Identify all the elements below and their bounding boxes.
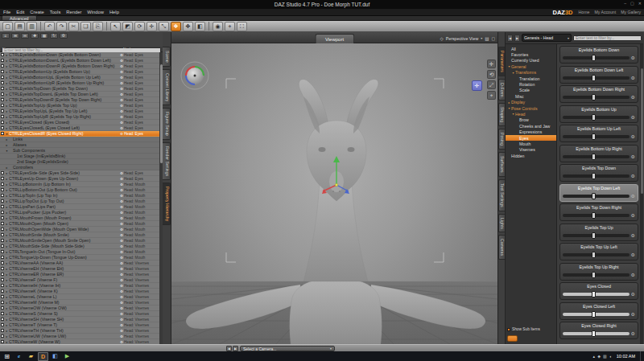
network-icon[interactable]: ▥ xyxy=(603,354,607,359)
row-checkbox[interactable] xyxy=(1,250,4,253)
internet-explorer-icon[interactable]: e xyxy=(14,352,24,361)
menu-item[interactable]: Window xyxy=(87,10,104,14)
row-checkbox[interactable] xyxy=(1,244,4,248)
scene-row[interactable]: ▸ CTRLEyelidsTopDown (Eyelids Top Down) … xyxy=(0,86,159,92)
scene-row[interactable]: ▸ CTRLMouthOpen (Mouth Open) ⚙ Head: Mou… xyxy=(0,221,159,227)
tree-scale[interactable]: Scale xyxy=(506,88,556,93)
save-file-icon[interactable]: ▥ xyxy=(27,22,37,31)
taskbar-clock[interactable]: 10:02 AM xyxy=(617,354,635,359)
daz-studio-icon[interactable]: D xyxy=(38,352,48,361)
menu-item[interactable]: Edit xyxy=(16,10,24,14)
gear-icon[interactable]: ⚙ xyxy=(631,95,635,100)
tab-tool-settings[interactable]: Tool Settings xyxy=(498,179,505,211)
slider-handle[interactable] xyxy=(592,133,596,140)
translate-tool-icon[interactable]: ✛ xyxy=(147,22,157,31)
menu-item[interactable]: Create xyxy=(30,10,43,14)
scene-row[interactable]: ▸ CTRLMouthSide-Side (Mouth Side-Side) ⚙… xyxy=(0,244,159,249)
row-checkbox[interactable] xyxy=(1,239,4,242)
orientation-gizmo[interactable] xyxy=(179,59,211,92)
tab-shaping[interactable]: Shaping xyxy=(498,103,505,126)
tab-cameras[interactable]: Cameras xyxy=(498,235,505,260)
scene-row[interactable]: ▸ CTRLVisemeAA (Viseme AA) ⚙ Head: Visem… xyxy=(0,260,159,266)
row-checkbox[interactable] xyxy=(1,233,4,236)
undo-icon[interactable]: ↶ xyxy=(44,22,55,31)
doe-figure[interactable] xyxy=(186,80,485,344)
row-checkbox[interactable] xyxy=(1,323,4,326)
slider-track[interactable] xyxy=(563,135,630,138)
parameter-slider[interactable]: Eyelids Top Up Right ⚙ xyxy=(559,263,638,281)
slider-handle[interactable] xyxy=(592,330,596,337)
collapse-all-icon[interactable]: ⊟ xyxy=(21,33,29,39)
scene-row[interactable]: ▸ CTRLMouthOpenWide (Mouth Open Wide) ⚙ … xyxy=(0,227,159,232)
tree-hidden[interactable]: Hidden xyxy=(506,153,556,158)
rotate-tool-icon[interactable]: ⟳ xyxy=(134,22,145,31)
row-checkbox[interactable] xyxy=(1,256,4,259)
tree-rotation[interactable]: Rotation xyxy=(506,81,556,87)
tree-translation[interactable]: Translation xyxy=(506,76,556,81)
parameter-slider[interactable]: Eyelids Bottom Up ⚙ xyxy=(559,105,638,123)
menu-item[interactable]: Help xyxy=(109,10,119,14)
row-checkbox[interactable] xyxy=(1,284,4,287)
slider-track[interactable] xyxy=(563,293,630,296)
scene-row[interactable]: ▸ CTRLEyesUp-Down (Eyes Up-Down) ⚙ Head:… xyxy=(0,176,159,182)
scene-row[interactable]: ▸ Controllers ⚙ xyxy=(0,165,159,170)
row-checkbox[interactable] xyxy=(1,318,4,321)
tab-lights[interactable]: Lights xyxy=(498,214,505,233)
scene-row[interactable]: ▸ CTRLEyesClosed (Eyes Closed) ⚙ Head: E… xyxy=(0,120,159,125)
pane-menu-icon[interactable]: ▤ xyxy=(485,36,489,41)
link-home[interactable]: Home xyxy=(579,10,590,14)
scene-row[interactable]: ▸ CTRLVisemeF (Viseme F) ⚙ Head: Visemes xyxy=(0,277,159,283)
row-checkbox[interactable] xyxy=(1,109,4,113)
slider-handle[interactable] xyxy=(592,212,596,219)
slider-track[interactable] xyxy=(563,332,630,335)
camera-selector[interactable]: Select a Camera... ▾ xyxy=(240,346,335,351)
view-options-icon[interactable]: ▦ xyxy=(40,33,48,39)
tree-expressions[interactable]: Expressions xyxy=(506,129,556,134)
row-checkbox[interactable] xyxy=(1,205,4,208)
tree-favorites[interactable]: Favorites xyxy=(506,51,556,57)
parameter-slider[interactable]: Eyelids Top Down ⚙ xyxy=(559,164,638,182)
row-checkbox[interactable] xyxy=(1,340,4,343)
row-checkbox[interactable] xyxy=(1,306,4,310)
chevron-down-icon[interactable]: ▾ xyxy=(481,36,482,40)
parameter-slider[interactable]: Eyelids Bottom Up Right ⚙ xyxy=(559,145,638,162)
scene-row[interactable]: ▸ CTRLEyelidsTopUpR (Eyelids Top Up Righ… xyxy=(0,114,159,120)
row-checkbox[interactable] xyxy=(1,329,4,332)
scene-row[interactable]: ▸ Aliases ⚙ xyxy=(0,142,159,148)
row-checkbox[interactable] xyxy=(1,216,4,219)
tree-visemes[interactable]: Visemes xyxy=(506,147,556,153)
scene-row[interactable]: ▸ CTRLVisemeEH (Viseme EH) ⚙ Head: Visem… xyxy=(0,266,159,272)
slider-track[interactable] xyxy=(563,76,630,80)
gear-icon[interactable]: ⚙ xyxy=(631,292,635,297)
viewport-tab[interactable]: Viewport xyxy=(315,34,354,43)
tab-dform[interactable]: D-Form xyxy=(498,79,505,101)
scene-row[interactable]: ▸ CTRLVisemeS (Viseme S) ⚙ Head: Visemes xyxy=(0,311,159,317)
frame-camera-icon[interactable]: ⛶ xyxy=(237,22,247,31)
scene-row[interactable]: ▸ CTRLVisemeL (Viseme L) ⚙ Head: Visemes xyxy=(0,294,159,300)
scene-row[interactable]: ▸ CTRLVisemeTH (Viseme TH) ⚙ Head: Visem… xyxy=(0,328,159,334)
scene-row[interactable]: 2nd Stage (IniEyelidsSmile) ⚙ xyxy=(0,159,159,165)
spot-render-icon[interactable]: ◉ xyxy=(213,22,223,31)
pane-menu-icon[interactable]: ≡ xyxy=(2,33,10,39)
media-app-icon[interactable]: ▶ xyxy=(62,352,72,361)
row-checkbox[interactable] xyxy=(1,295,4,298)
row-checkbox[interactable] xyxy=(1,301,4,304)
gear-icon[interactable]: ⚙ xyxy=(631,213,635,218)
node-next-button[interactable]: ▶ xyxy=(514,35,520,42)
pin-icon[interactable]: ✛ xyxy=(472,80,482,91)
row-checkbox[interactable] xyxy=(1,199,4,203)
slider-handle[interactable] xyxy=(592,272,596,278)
row-checkbox[interactable] xyxy=(1,98,4,101)
slider-track[interactable] xyxy=(563,195,630,198)
tree-general[interactable]: ▾ General xyxy=(506,64,556,69)
slider-track[interactable] xyxy=(563,253,630,256)
tab-content-library[interactable]: Content Library xyxy=(163,69,171,105)
menu-item[interactable]: Render xyxy=(66,10,81,14)
row-checkbox[interactable] xyxy=(1,261,4,265)
parameter-slider[interactable]: Eyelids Top Up Left ⚙ xyxy=(559,243,638,260)
close-button[interactable]: ✕ xyxy=(638,1,642,6)
scene-row[interactable]: ▸ CTRLLipsPart (Lips Part) ⚙ Head: Mouth xyxy=(0,204,159,210)
row-checkbox[interactable] xyxy=(1,126,4,129)
geometry-selection-tool-icon[interactable]: ◩ xyxy=(122,22,133,31)
cut-icon[interactable]: ✂ xyxy=(68,22,79,31)
